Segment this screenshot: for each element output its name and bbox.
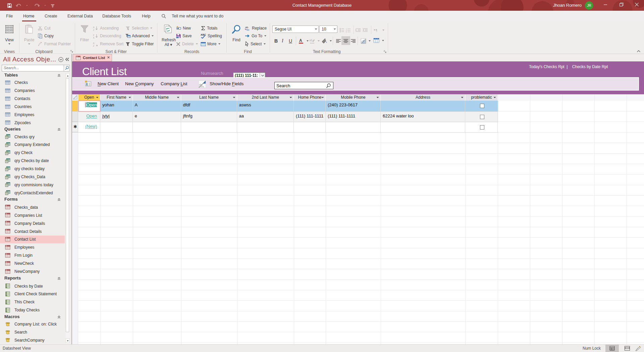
svg-text:Z: Z [93,45,95,47]
svg-text:A: A [93,42,95,44]
svg-text:3: 3 [346,31,347,33]
svg-text:A: A [93,26,95,29]
svg-text:Z: Z [93,34,95,36]
svg-text:ab: ab [309,39,313,42]
svg-text:A: A [299,38,302,43]
svg-text:ac: ac [247,28,249,31]
svg-text:ABC: ABC [201,33,206,36]
svg-text:Z: Z [93,29,95,31]
svg-text:A: A [93,37,95,39]
svg-text:¶: ¶ [376,29,377,32]
